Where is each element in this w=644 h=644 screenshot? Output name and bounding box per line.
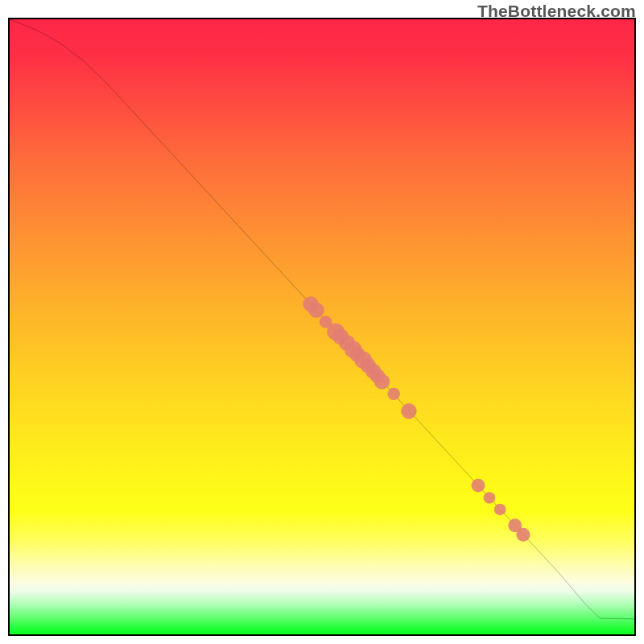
scatter-point — [401, 403, 416, 419]
scatter-point — [374, 374, 390, 389]
watermark-text: TheBottleneck.com — [477, 2, 636, 21]
plot-area — [10, 19, 634, 634]
scatter-point — [494, 504, 506, 516]
scatter-point — [516, 528, 530, 542]
scatter-point — [308, 303, 324, 318]
scatter-point — [387, 388, 400, 400]
scatter-point — [484, 492, 496, 504]
scatter-point — [471, 479, 485, 493]
chart-svg — [10, 19, 634, 634]
chart-stage: TheBottleneck.com — [0, 0, 644, 644]
